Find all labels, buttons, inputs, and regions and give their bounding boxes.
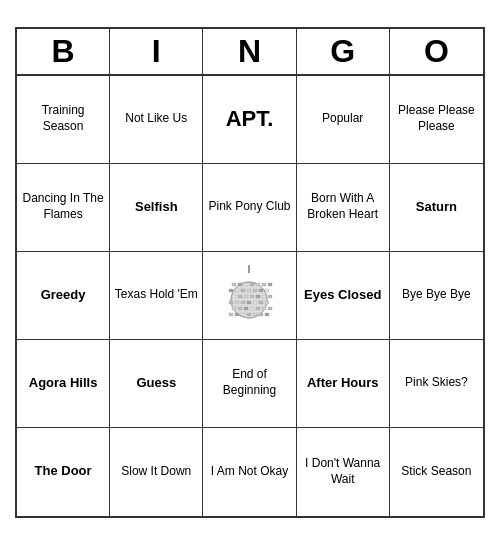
svg-rect-8 xyxy=(262,283,266,286)
svg-rect-43 xyxy=(259,313,263,316)
svg-rect-36 xyxy=(262,307,266,310)
svg-rect-24 xyxy=(229,301,233,304)
bingo-cell-19[interactable]: Pink Skies? xyxy=(390,340,483,428)
bingo-cell-11[interactable]: Texas Hold 'Em xyxy=(110,252,203,340)
bingo-cell-9[interactable]: Saturn xyxy=(390,164,483,252)
svg-rect-12 xyxy=(241,289,245,292)
svg-rect-30 xyxy=(265,301,269,304)
bingo-cell-21[interactable]: Slow It Down xyxy=(110,428,203,516)
svg-rect-21 xyxy=(256,295,260,298)
svg-rect-9 xyxy=(268,283,272,286)
svg-rect-6 xyxy=(250,283,254,286)
svg-rect-22 xyxy=(262,295,266,298)
bingo-cell-0[interactable]: Training Season xyxy=(17,76,110,164)
bingo-cell-20[interactable]: The Door xyxy=(17,428,110,516)
bingo-cell-14[interactable]: Bye Bye Bye xyxy=(390,252,483,340)
bingo-cell-2[interactable]: APT. xyxy=(203,76,296,164)
svg-rect-28 xyxy=(253,301,257,304)
svg-rect-34 xyxy=(250,307,254,310)
svg-rect-3 xyxy=(232,283,236,286)
header-letter: I xyxy=(110,29,203,74)
bingo-cell-22[interactable]: I Am Not Okay xyxy=(203,428,296,516)
bingo-header: BINGO xyxy=(17,29,483,76)
bingo-cell-13[interactable]: Eyes Closed xyxy=(297,252,390,340)
svg-rect-26 xyxy=(241,301,245,304)
bingo-card: BINGO Training SeasonNot Like UsAPT.Popu… xyxy=(15,27,485,518)
svg-rect-5 xyxy=(244,283,248,286)
svg-rect-20 xyxy=(250,295,254,298)
bingo-cell-7[interactable]: Pink Pony Club xyxy=(203,164,296,252)
svg-rect-23 xyxy=(268,295,272,298)
bingo-cell-1[interactable]: Not Like Us xyxy=(110,76,203,164)
svg-rect-19 xyxy=(244,295,248,298)
bingo-cell-17[interactable]: End of Beginning xyxy=(203,340,296,428)
bingo-cell-4[interactable]: Please Please Please xyxy=(390,76,483,164)
header-letter: B xyxy=(17,29,110,74)
bingo-cell-12[interactable] xyxy=(203,252,296,340)
svg-rect-13 xyxy=(247,289,251,292)
svg-rect-7 xyxy=(256,283,260,286)
svg-rect-10 xyxy=(229,289,233,292)
bingo-cell-24[interactable]: Stick Season xyxy=(390,428,483,516)
svg-rect-4 xyxy=(238,283,242,286)
svg-rect-14 xyxy=(253,289,257,292)
svg-rect-29 xyxy=(259,301,263,304)
header-letter: N xyxy=(203,29,296,74)
svg-rect-33 xyxy=(244,307,248,310)
bingo-cell-16[interactable]: Guess xyxy=(110,340,203,428)
svg-rect-16 xyxy=(265,289,269,292)
bingo-cell-15[interactable]: Agora Hills xyxy=(17,340,110,428)
svg-rect-31 xyxy=(232,307,236,310)
svg-rect-37 xyxy=(268,307,272,310)
bingo-cell-10[interactable]: Greedy xyxy=(17,252,110,340)
header-letter: G xyxy=(297,29,390,74)
bingo-cell-5[interactable]: Dancing In The Flames xyxy=(17,164,110,252)
bingo-cell-8[interactable]: Born With A Broken Heart xyxy=(297,164,390,252)
svg-rect-32 xyxy=(238,307,242,310)
svg-rect-18 xyxy=(238,295,242,298)
svg-rect-40 xyxy=(241,313,245,316)
svg-rect-42 xyxy=(253,313,257,316)
bingo-cell-18[interactable]: After Hours xyxy=(297,340,390,428)
bingo-cell-23[interactable]: I Don't Wanna Wait xyxy=(297,428,390,516)
svg-rect-11 xyxy=(235,289,239,292)
svg-rect-17 xyxy=(232,295,236,298)
bingo-cell-6[interactable]: Selfish xyxy=(110,164,203,252)
svg-rect-27 xyxy=(247,301,251,304)
svg-rect-44 xyxy=(265,313,269,316)
bingo-grid: Training SeasonNot Like UsAPT.PopularPle… xyxy=(17,76,483,516)
svg-rect-25 xyxy=(235,301,239,304)
svg-rect-41 xyxy=(247,313,251,316)
svg-rect-15 xyxy=(259,289,263,292)
header-letter: O xyxy=(390,29,483,74)
svg-rect-38 xyxy=(229,313,233,316)
bingo-cell-3[interactable]: Popular xyxy=(297,76,390,164)
svg-rect-35 xyxy=(256,307,260,310)
svg-rect-39 xyxy=(235,313,239,316)
